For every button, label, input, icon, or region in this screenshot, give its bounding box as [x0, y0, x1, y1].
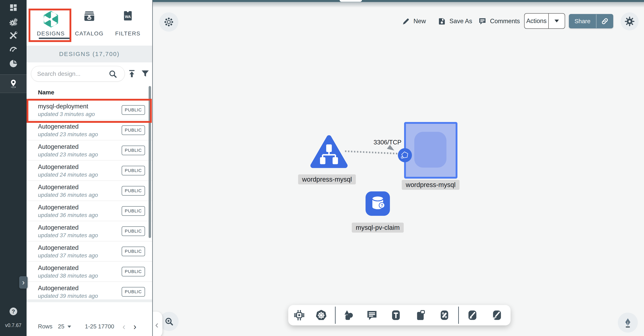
pvc-cylinder-icon: ? [366, 191, 390, 216]
node-service[interactable] [397, 148, 412, 163]
upload-design-icon[interactable] [127, 69, 137, 79]
design-row[interactable]: Autogenerated updated 39 minutes ago PUB… [26, 282, 152, 302]
sidebar-item-location[interactable] [0, 79, 26, 88]
design-name: Autogenerated [38, 264, 78, 272]
text-tool-icon[interactable] [390, 309, 402, 321]
node-label-pv-claim: mysql-pv-claim [352, 223, 404, 233]
help-button[interactable]: ? [0, 307, 26, 316]
save-as-button[interactable]: Save As [438, 14, 472, 29]
visibility-badge: PUBLIC [122, 247, 145, 256]
filter-funnel-icon[interactable] [140, 69, 150, 79]
design-row[interactable]: Autogenerated updated 37 minutes ago PUB… [26, 241, 152, 262]
canvas-top-shadow [153, 2, 644, 8]
rows-per-page-select[interactable]: 25 [58, 323, 64, 330]
actions-button[interactable]: Actions [524, 13, 565, 29]
visibility-badge: PUBLIC [122, 105, 145, 115]
collapse-panel-button[interactable]: ‹ [151, 312, 162, 336]
design-name: Autogenerated [38, 184, 78, 191]
list-footer-strip [26, 299, 152, 302]
extensions-icon [9, 59, 18, 68]
tab-catalog[interactable]: CATALOG [71, 6, 107, 44]
tab-catalog-label: CATALOG [75, 30, 104, 37]
rows-per-page-caret-icon[interactable] [68, 325, 71, 328]
top-drawer-handle[interactable] [340, 0, 362, 2]
draw-arrow-tool-icon[interactable] [466, 309, 479, 321]
share-label: Share [569, 18, 596, 25]
sidebar-item-configuration[interactable] [0, 31, 26, 40]
annotation-comment-tool-icon[interactable] [366, 309, 378, 321]
design-updated: updated 23 minutes ago [38, 151, 98, 158]
connection-tool-icon[interactable] [438, 309, 451, 321]
design-name: Autogenerated [38, 123, 78, 130]
copy-link-button[interactable] [596, 17, 613, 25]
design-row[interactable]: Autogenerated updated 38 minutes ago PUB… [26, 262, 152, 282]
tab-designs[interactable]: DESIGNS [30, 6, 71, 44]
node-label-pod: wordpress-mysql [402, 180, 460, 190]
sidebar-item-performance[interactable] [0, 44, 26, 53]
panel-scrollbar[interactable] [148, 86, 151, 238]
design-row[interactable]: mysql-deployment updated 3 minutes ago P… [26, 100, 152, 120]
design-mode-button[interactable] [618, 313, 638, 332]
node-pv-claim[interactable]: ? [366, 191, 390, 216]
design-name: Autogenerated [38, 163, 78, 171]
sidebar-item-extensions[interactable] [0, 59, 26, 68]
sidebar-item-lifecycle[interactable] [0, 17, 26, 27]
design-updated: updated 3 minutes ago [38, 111, 95, 117]
design-row[interactable]: Autogenerated updated 24 minutes ago PUB… [26, 160, 152, 181]
new-label: New [414, 18, 426, 25]
design-name: mysql-deployment [38, 103, 88, 110]
sidebar-expand-handle[interactable]: › [19, 276, 28, 289]
shapes-tool-icon[interactable] [342, 309, 355, 321]
chevron-down-icon [554, 20, 559, 22]
node-deployment[interactable] [310, 134, 348, 169]
sidebar-item-dashboard[interactable] [0, 3, 26, 12]
kubernetes-tool-icon[interactable] [315, 309, 328, 321]
chevron-left-icon: ‹ [155, 319, 158, 330]
help-question-glyph: ? [12, 309, 15, 315]
tab-filters-label: FILTERS [115, 30, 140, 37]
cluster-icon [164, 17, 174, 27]
location-pin-icon [9, 79, 18, 88]
design-row[interactable]: Autogenerated updated 23 minutes ago PUB… [26, 140, 152, 160]
next-page-button[interactable]: › [134, 321, 136, 331]
new-button[interactable]: New [402, 14, 426, 29]
design-updated: updated 24 minutes ago [38, 172, 98, 178]
canvas-toolbar [288, 305, 510, 325]
tools-icon [9, 31, 18, 40]
component-circuit-tool-icon[interactable] [293, 309, 306, 321]
design-canvas[interactable]: New Save As Comments Actions [153, 0, 644, 336]
visibility-badge: PUBLIC [122, 125, 145, 135]
sticky-note-tool-icon[interactable] [414, 309, 427, 321]
actions-dropdown[interactable] [549, 20, 565, 22]
freehand-pencil-tool-icon[interactable] [490, 309, 503, 321]
design-row[interactable]: Autogenerated updated 36 minutes ago PUB… [26, 181, 152, 201]
visibility-badge: PUBLIC [122, 206, 145, 216]
comments-button[interactable]: Comments [478, 14, 520, 29]
cluster-menu-button[interactable] [159, 13, 178, 32]
previous-page-button[interactable]: ‹ [122, 321, 126, 331]
gear-icon [624, 16, 635, 27]
share-button[interactable]: Share [569, 14, 613, 28]
sidebar: › ? v0.7.67 [0, 0, 26, 336]
design-row[interactable]: Autogenerated updated 36 minutes ago PUB… [26, 201, 152, 221]
design-name: Autogenerated [38, 244, 78, 251]
design-name: Autogenerated [38, 143, 78, 150]
tab-filters[interactable]: WA FILTERS [110, 6, 146, 44]
column-header-name: Name [38, 89, 54, 96]
design-updated: updated 39 minutes ago [38, 293, 98, 299]
visibility-badge: PUBLIC [122, 226, 145, 236]
design-name: Autogenerated [38, 285, 78, 292]
design-row[interactable]: Autogenerated updated 37 minutes ago PUB… [26, 221, 152, 241]
design-updated: updated 36 minutes ago [38, 192, 98, 198]
pagination-bar: Rows 25 1-25 17700 ‹ › [26, 320, 152, 334]
search-icon[interactable] [108, 69, 118, 79]
settings-button[interactable] [621, 13, 638, 30]
help-icon: ? [9, 307, 18, 316]
comments-icon [478, 17, 487, 26]
meshery-app: › ? v0.7.67 [0, 0, 644, 336]
design-row[interactable]: Autogenerated updated 23 minutes ago PUB… [26, 120, 152, 140]
active-tab-indicator [39, 38, 71, 39]
pvc-question-glyph: ? [381, 203, 383, 208]
tab-designs-label: DESIGNS [37, 30, 65, 37]
version-label: v0.7.67 [0, 322, 26, 328]
